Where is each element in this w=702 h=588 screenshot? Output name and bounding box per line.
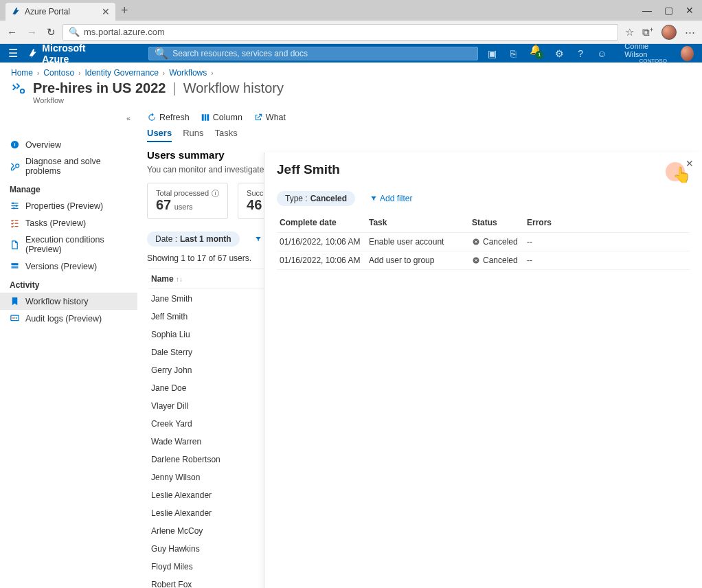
fly-col-task[interactable]: Task	[366, 213, 469, 233]
refresh-icon[interactable]: ↻	[47, 26, 56, 38]
sidebar-item-label: Properties (Preview)	[25, 201, 103, 211]
column-button[interactable]: Column	[201, 113, 242, 122]
refresh-icon	[147, 113, 157, 122]
sidebar-item-overview[interactable]: iOverview	[0, 136, 137, 153]
tab-tasks[interactable]: Tasks	[215, 128, 238, 142]
cell-task: Add user to group	[366, 251, 469, 270]
window-controls: — ▢ ✕	[642, 5, 702, 16]
settings-icon[interactable]: ⚙	[555, 48, 564, 59]
azure-brand[interactable]: Microsoft Azure	[27, 43, 111, 65]
cell-complete: 01/16/2022, 10:06 AM	[277, 233, 366, 251]
browser-tab[interactable]: Azure Portal ✕	[5, 3, 115, 21]
chevron-right-icon: ›	[37, 69, 39, 77]
sidebar-item-label: Diagnose and solve problems	[25, 157, 128, 176]
address-bar: ← → ↻ 🔍 ms.portal.azure.com ☆ ⧉⁺ ⋯	[0, 21, 702, 44]
tab-title: Azure Portal	[25, 7, 98, 16]
favorite-icon[interactable]: ☆	[625, 26, 634, 38]
chevron-right-icon: ›	[163, 69, 165, 77]
more-icon[interactable]: ⋯	[685, 26, 695, 38]
tv-icon	[10, 313, 20, 324]
profile-avatar-icon[interactable]	[661, 25, 677, 40]
global-search[interactable]: 🔍	[148, 47, 478, 60]
flyout-row[interactable]: 01/16/2022, 10:06 AMEnable user accountC…	[277, 233, 690, 251]
notifications-icon[interactable]: 🔔1	[530, 44, 541, 63]
browser-chrome: Azure Portal ✕ + — ▢ ✕ ← → ↻ 🔍 ms.portal…	[0, 0, 702, 44]
sidebar-item-workflow-history[interactable]: Workflow history	[0, 293, 137, 310]
whatif-button[interactable]: What	[253, 113, 286, 122]
date-filter-key: Date :	[155, 234, 177, 244]
tab-users[interactable]: Users	[147, 128, 172, 142]
feedback-icon[interactable]: ☺	[597, 48, 607, 59]
canceled-icon	[472, 256, 480, 264]
forward-icon[interactable]: →	[27, 26, 37, 38]
url-field[interactable]: 🔍 ms.portal.azure.com	[63, 24, 618, 41]
close-window-icon[interactable]: ✕	[686, 5, 694, 16]
whatif-label: What	[266, 113, 286, 122]
sidebar-item-execution-conditions-preview-[interactable]: Execution conditions (Preview)	[0, 231, 137, 258]
cloud-shell-icon[interactable]: ▣	[488, 48, 497, 59]
type-filter-pill[interactable]: Type : Canceled	[277, 191, 355, 206]
cell-errors: --	[524, 251, 690, 270]
collections-icon[interactable]: ⧉⁺	[642, 26, 653, 38]
fly-col-errors[interactable]: Errors	[524, 213, 690, 233]
external-link-icon	[253, 113, 263, 122]
date-filter-pill[interactable]: Date : Last 1 month	[147, 231, 240, 247]
sidebar-item-label: Execution conditions (Preview)	[25, 235, 128, 254]
card-unit: users	[174, 203, 193, 211]
info-icon[interactable]: i	[212, 190, 219, 197]
minimize-icon[interactable]: —	[642, 5, 652, 16]
cell-errors: --	[524, 233, 690, 251]
fly-col-complete[interactable]: Complete date	[277, 213, 366, 233]
breadcrumb-workflows[interactable]: Workflows	[169, 68, 207, 78]
tab-runs[interactable]: Runs	[183, 128, 203, 142]
breadcrumb: Home› Contoso› Identity Governance› Work…	[0, 63, 702, 78]
card-value: 67	[156, 197, 171, 212]
sidebar-item-label: Audit logs (Preview)	[25, 314, 102, 324]
notification-badge: 1	[535, 51, 543, 59]
flyout-add-filter-button[interactable]: Add filter	[362, 191, 420, 206]
breadcrumb-home[interactable]: Home	[11, 68, 33, 78]
bookmark-icon	[10, 296, 20, 306]
search-glyph-icon: 🔍	[69, 27, 80, 37]
svg-point-10	[16, 317, 17, 319]
refresh-label: Refresh	[159, 113, 190, 122]
global-search-input[interactable]	[172, 49, 472, 58]
help-icon[interactable]: ?	[578, 48, 583, 59]
close-flyout-icon[interactable]: ✕	[686, 158, 694, 169]
svg-text:i: i	[14, 142, 15, 148]
sidebar-item-versions-preview-[interactable]: Versions (Preview)	[0, 258, 137, 275]
title-separator: |	[172, 80, 176, 96]
sidebar-item-properties-preview-[interactable]: Properties (Preview)	[0, 197, 137, 214]
collapse-sidebar-icon[interactable]: «	[126, 114, 131, 122]
azure-user[interactable]: Connie Wilson CONTOSO	[624, 42, 667, 65]
back-icon[interactable]: ←	[7, 26, 17, 38]
subtabs: Users Runs Tasks	[147, 128, 692, 142]
tab-close-icon[interactable]: ✕	[102, 6, 110, 17]
col-name-label: Name	[151, 274, 174, 284]
new-tab-button[interactable]: +	[115, 3, 134, 18]
summary-card: Total processed i67 users	[147, 183, 228, 219]
card-value: 46	[247, 197, 262, 212]
sidebar-item-diagnose-and-solve-problems[interactable]: Diagnose and solve problems	[0, 153, 137, 179]
refresh-button[interactable]: Refresh	[147, 113, 190, 122]
sidebar-item-label: Versions (Preview)	[25, 262, 97, 271]
page-section: Workflow history	[183, 80, 284, 96]
user-avatar-icon[interactable]	[681, 46, 694, 61]
user-display-name: Connie Wilson	[624, 42, 667, 58]
card-label: Total processed i	[156, 189, 219, 197]
columns-icon	[201, 113, 210, 122]
directory-switch-icon[interactable]: ⎘	[510, 48, 516, 59]
menu-icon[interactable]: ☰	[8, 47, 18, 60]
azure-brand-text: Microsoft Azure	[42, 43, 111, 65]
breadcrumb-identity-governance[interactable]: Identity Governance	[84, 68, 158, 78]
breadcrumb-contoso[interactable]: Contoso	[43, 68, 74, 78]
sliders-icon	[10, 201, 20, 211]
sort-icon: ↑↓	[176, 275, 183, 283]
sidebar-item-tasks-preview-[interactable]: Tasks (Preview)	[0, 214, 137, 231]
sidebar-item-audit-logs-preview-[interactable]: Audit logs (Preview)	[0, 310, 137, 327]
maximize-icon[interactable]: ▢	[664, 5, 673, 16]
flyout-row[interactable]: 01/16/2022, 10:06 AMAdd user to groupCan…	[277, 251, 690, 270]
svg-rect-6	[12, 267, 19, 269]
fly-col-status[interactable]: Status	[469, 213, 524, 233]
sidebar-item-label: Tasks (Preview)	[25, 218, 86, 228]
